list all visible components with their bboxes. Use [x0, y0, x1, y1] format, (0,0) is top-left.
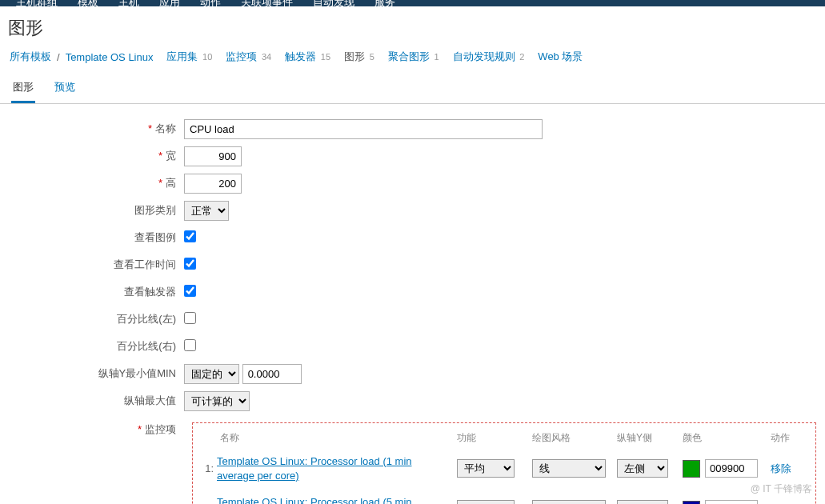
subtab-graph[interactable]: 图形: [11, 74, 35, 103]
tab-applications[interactable]: 应用集 10: [166, 50, 212, 64]
subtab-preview[interactable]: 预览: [53, 74, 77, 103]
label-pct-left: 百分比线(左): [8, 312, 184, 326]
color-input[interactable]: [705, 500, 758, 504]
graph-form: *名称 *宽 *高 图形类别 正常 查看图例 查看工作时间 查看触发器 百分比线…: [0, 104, 825, 504]
items-header: 名称 功能 绘图风格 纵轴Y侧 颜色 动作: [199, 428, 809, 451]
label-legend: 查看图例: [8, 230, 184, 245]
col-draw: 绘图风格: [532, 431, 617, 445]
tab-web[interactable]: Web 场景: [538, 50, 583, 64]
item-row: 2: Template OS Linux: Processor load (5 …: [199, 492, 809, 504]
page-title: 图形: [8, 16, 817, 40]
ymin-value-input[interactable]: [242, 364, 302, 384]
nav-item[interactable]: 动作: [200, 0, 221, 2]
breadcrumb-sep: /: [57, 51, 60, 63]
item-func-select[interactable]: 平均: [457, 459, 515, 478]
col-color: 颜色: [683, 431, 771, 445]
color-input[interactable]: [705, 459, 758, 478]
tab-triggers[interactable]: 触发器 15: [285, 50, 330, 64]
pct-right-checkbox[interactable]: [184, 339, 196, 351]
label-items: *监控项: [8, 418, 184, 437]
item-axis-select[interactable]: 左侧: [617, 459, 668, 478]
triggers-checkbox[interactable]: [184, 285, 196, 297]
label-width: *宽: [8, 149, 184, 163]
nav-item[interactable]: 服务: [374, 0, 395, 2]
worktime-checkbox[interactable]: [184, 258, 196, 270]
nav-item[interactable]: 模板: [78, 0, 98, 2]
breadcrumb: 所有模板 / Template OS Linux 应用集 10 监控项 34 触…: [0, 46, 825, 70]
item-draw-select[interactable]: 线: [532, 500, 606, 504]
col-action: 动作: [771, 431, 803, 445]
nav-item[interactable]: 主机群组: [16, 0, 58, 2]
title-bar: 图形: [0, 6, 825, 46]
col-func: 功能: [457, 431, 532, 445]
tab-items[interactable]: 监控项 34: [226, 50, 271, 64]
label-name: *名称: [8, 122, 184, 136]
item-axis-select[interactable]: 左侧: [617, 500, 668, 504]
items-table: 名称 功能 绘图风格 纵轴Y侧 颜色 动作 1: Template OS Lin…: [192, 422, 816, 504]
item-name-link[interactable]: Template OS Linux: Processor load (5 min…: [217, 496, 412, 504]
ymax-type-select[interactable]: 可计算的: [184, 391, 250, 411]
label-height: *高: [8, 176, 184, 190]
nav-item[interactable]: 应用: [159, 0, 180, 2]
height-input[interactable]: [184, 174, 242, 194]
nav-item[interactable]: 自动发现: [313, 0, 354, 2]
color-swatch[interactable]: [683, 501, 700, 504]
col-name: 名称: [217, 431, 457, 445]
label-triggers: 查看触发器: [8, 285, 184, 299]
label-worktime: 查看工作时间: [8, 258, 184, 272]
color-swatch[interactable]: [683, 460, 700, 478]
tab-screens[interactable]: 聚合图形 1: [388, 50, 439, 64]
tab-discovery[interactable]: 自动发现规则 2: [453, 50, 525, 64]
subtabs: 图形 预览: [0, 74, 825, 104]
item-draw-select[interactable]: 线: [532, 459, 606, 478]
breadcrumb-template[interactable]: Template OS Linux: [66, 51, 154, 63]
pct-left-checkbox[interactable]: [184, 312, 196, 324]
item-row: 1: Template OS Linux: Processor load (1 …: [199, 451, 809, 492]
legend-checkbox[interactable]: [184, 230, 196, 242]
name-input[interactable]: [184, 119, 543, 139]
nav-item[interactable]: 主机: [118, 0, 139, 2]
width-input[interactable]: [184, 146, 242, 166]
label-ymax: 纵轴最大值: [8, 394, 184, 408]
type-select[interactable]: 正常: [184, 201, 229, 221]
item-name-link[interactable]: Template OS Linux: Processor load (1 min…: [217, 455, 412, 482]
item-func-select[interactable]: 平均: [457, 500, 515, 504]
item-index: 1:: [199, 462, 217, 474]
tab-graphs[interactable]: 图形 5: [344, 50, 374, 64]
top-nav: 主机群组 模板 主机 应用 动作 关联项事件 自动发现 服务: [0, 0, 825, 6]
remove-link[interactable]: 移除: [771, 462, 791, 474]
nav-item[interactable]: 关联项事件: [241, 0, 293, 2]
label-type: 图形类别: [8, 203, 184, 218]
label-ymin: 纵轴Y最小值MIN: [8, 366, 184, 381]
label-pct-right: 百分比线(右): [8, 339, 184, 354]
breadcrumb-root[interactable]: 所有模板: [10, 50, 51, 64]
ymin-type-select[interactable]: 固定的: [184, 364, 239, 384]
col-axis: 纵轴Y侧: [617, 431, 683, 445]
